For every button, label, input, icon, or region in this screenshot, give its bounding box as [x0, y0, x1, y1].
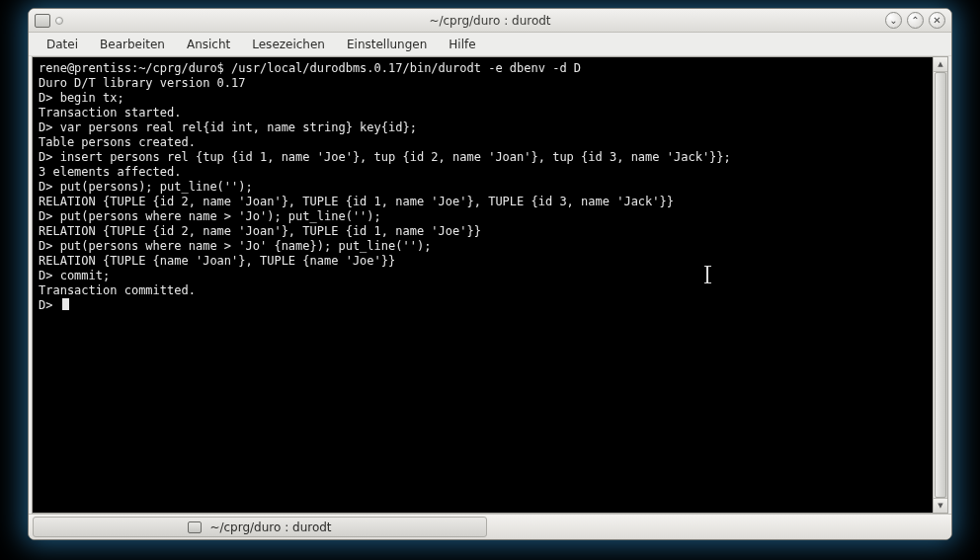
taskbar-item[interactable]: ~/cprg/duro : durodt — [33, 517, 487, 537]
text-cursor-icon — [706, 267, 708, 282]
window-menu-icon[interactable] — [55, 17, 63, 25]
taskbar: ~/cprg/duro : durodt — [29, 514, 951, 539]
close-button[interactable]: ✕ — [929, 12, 945, 29]
maximize-button[interactable]: ⌃ — [907, 12, 924, 29]
taskbar-item-label: ~/cprg/duro : durodt — [209, 520, 331, 534]
menu-help[interactable]: Hilfe — [439, 35, 485, 54]
menu-bookmarks[interactable]: Lesezeichen — [242, 35, 335, 54]
terminal-area: rene@prentiss:~/cprg/duro$ /usr/local/du… — [32, 56, 948, 514]
window-title: ~/cprg/duro : durodt — [429, 14, 550, 28]
scroll-up-button[interactable]: ▲ — [934, 57, 947, 72]
scrollbar[interactable]: ▲ ▼ — [933, 57, 947, 513]
minimize-button[interactable]: ⌄ — [885, 12, 902, 29]
scroll-track[interactable] — [934, 72, 947, 498]
menu-settings[interactable]: Einstellungen — [337, 35, 437, 54]
terminal[interactable]: rene@prentiss:~/cprg/duro$ /usr/local/du… — [33, 57, 933, 513]
menu-view[interactable]: Ansicht — [177, 35, 240, 54]
terminal-icon — [188, 521, 202, 533]
terminal-window: ~/cprg/duro : durodt ⌄ ⌃ ✕ Datei Bearbei… — [28, 8, 952, 540]
menubar: Datei Bearbeiten Ansicht Lesezeichen Ein… — [29, 33, 951, 56]
scroll-thumb[interactable] — [935, 72, 946, 498]
titlebar[interactable]: ~/cprg/duro : durodt ⌄ ⌃ ✕ — [29, 9, 951, 33]
menu-file[interactable]: Datei — [37, 35, 88, 54]
app-icon — [35, 14, 50, 28]
scroll-down-button[interactable]: ▼ — [934, 498, 947, 513]
menu-edit[interactable]: Bearbeiten — [90, 35, 175, 54]
